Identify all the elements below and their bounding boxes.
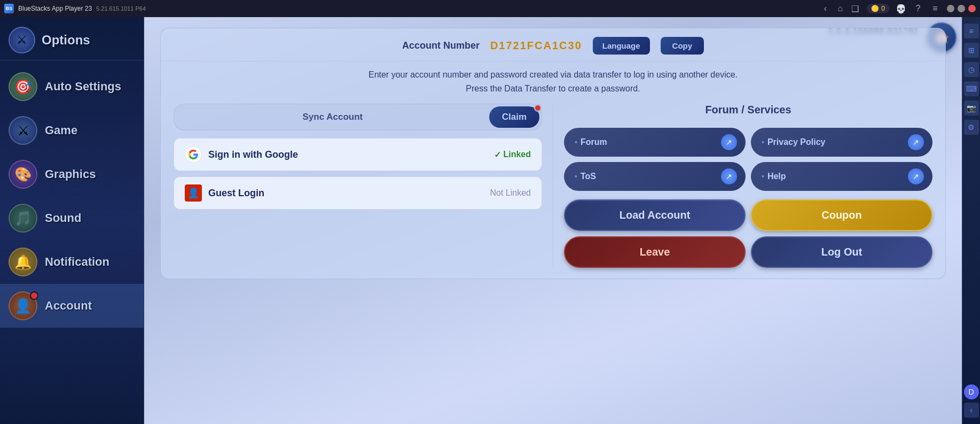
main-container: ⚔ Options 🎯 Auto Settings ⚔ Game 🎨 Graph… [0,17,980,424]
language-button[interactable]: Language [593,37,650,55]
edge-btn-4[interactable]: ⌨ [964,81,979,96]
tos-dot: • [575,172,577,181]
sidebar-item-label: Graphics [45,167,96,181]
guest-login-option[interactable]: 👤 Guest Login Not Linked [174,176,542,210]
sidebar-item-label: Auto Settings [45,80,121,94]
forum-grid: • Forum ↗ • Privacy Policy ↗ [564,128,932,191]
account-number-row: Account Number D1721FCA1C30 Language Cop… [161,28,945,61]
sidebar-items: 🎯 Auto Settings ⚔ Game 🎨 Graphics 🎵 Soun… [0,60,144,424]
leave-button[interactable]: Leave [564,236,746,268]
edge-btn-1[interactable]: ≡ [964,24,979,38]
layers-button[interactable]: ❑ [850,3,860,14]
logout-button[interactable]: Log Out [751,236,932,268]
account-badge [30,291,38,300]
account-number-label: Account Number [402,40,480,51]
skull-icon[interactable]: 💀 [896,3,906,14]
google-icon [185,146,202,163]
sidebar-item-label: Sound [45,211,81,225]
edge-btn-3[interactable]: ◷ [964,62,979,77]
coin-icon: 🟡 [871,5,879,12]
guest-icon: 👤 [185,184,202,202]
help-icon[interactable]: ? [913,3,923,14]
google-login-left: Sign in with Google [185,146,298,163]
sidebar-item-auto-settings[interactable]: 🎯 Auto Settings [0,65,144,109]
minimize-button[interactable] [947,5,954,12]
load-account-button[interactable]: Load Account [564,199,746,231]
window-controls: ✕ [947,5,976,12]
sidebar-item-account[interactable]: 👤 Account [0,284,144,328]
forum-dot: • [575,138,577,147]
checkmark-icon: ✓ [494,150,501,160]
tos-arrow-icon: ↗ [721,168,737,184]
coin-display: 🟡 0 [867,4,889,13]
help-dot: • [762,172,764,181]
help-btn[interactable]: • Help ↗ [751,162,932,191]
notification-icon: 🔔 [9,248,37,276]
privacy-policy-button[interactable]: • Privacy Policy ↗ [751,128,932,157]
sync-account-tab[interactable]: Sync Account [176,106,489,128]
privacy-policy-label: • Privacy Policy [762,137,825,147]
edge-btn-2[interactable]: ⊞ [964,43,979,58]
edge-top-group: ≡ ⊞ ◷ ⌨ 📷 ⚙ [964,22,979,136]
forum-section-title: Forum / Services [564,104,932,120]
copy-button[interactable]: Copy [661,37,704,55]
back-button[interactable]: ‹ [820,3,830,14]
edge-btn-5[interactable]: 📷 [964,101,979,115]
sidebar-item-label: Notification [45,255,109,269]
forum-button[interactable]: • Forum ↗ [564,128,746,157]
sidebar-item-label: Account [45,299,92,313]
forum-button-label: • Forum [575,137,607,147]
description-line2: Press the Data Transfer to create a pass… [182,82,924,96]
guest-login-left: 👤 Guest Login [185,184,264,202]
titlebar: BS BlueStacks App Player 23 5.21.615.101… [0,0,980,17]
guest-not-linked-status: Not Linked [490,188,531,198]
auto-settings-icon: 🎯 [9,72,37,101]
claim-tab-button[interactable]: Claim [489,106,539,128]
discord-button[interactable]: D [964,384,979,399]
edge-btn-6[interactable]: ⚙ [964,120,979,135]
two-col-layout: Sync Account Claim [161,104,945,279]
section-tabs: Sync Account Claim [174,104,542,130]
app-icon: BS [4,4,14,13]
menu-icon[interactable]: ≡ [930,3,940,14]
sidebar-item-sound[interactable]: 🎵 Sound [0,196,144,240]
sound-icon: 🎵 [9,204,37,233]
tos-label: • ToS [575,172,596,181]
privacy-dot: • [762,138,764,147]
coupon-button[interactable]: Coupon [751,199,932,231]
sync-account-section: Sync Account Claim [161,104,553,268]
right-edge-panel: ≡ ⊞ ◷ ⌨ 📷 ⚙ D ‹ [962,17,980,424]
forum-arrow-icon: ↗ [721,134,737,150]
privacy-arrow-icon: ↗ [908,134,924,150]
google-login-name: Sign in with Google [208,149,298,160]
sidebar-title: Options [42,33,90,48]
coin-count: 0 [881,5,885,12]
guest-login-name: Guest Login [208,188,264,199]
action-buttons: Load Account Coupon Leave Log Out [564,199,932,268]
sidebar-logo: ⚔ [9,27,35,53]
game-icon: ⚔ [9,116,37,145]
google-login-option[interactable]: Sign in with Google ✓ Linked [174,138,542,171]
content-area: 1.0.4.155698.831791 🏠 Account Number D17… [144,17,962,424]
titlebar-controls: ‹ ⌂ ❑ 🟡 0 💀 ? ≡ ✕ [820,3,976,14]
maximize-button[interactable] [958,5,965,12]
sidebar-header: ⚔ Options [0,17,144,60]
sidebar-item-game[interactable]: ⚔ Game [0,109,144,152]
sidebar-item-notification[interactable]: 🔔 Notification [0,240,144,284]
nav-home-button[interactable]: ⌂ [835,3,845,14]
account-icon: 👤 [9,291,37,320]
titlebar-left: BS BlueStacks App Player 23 5.21.615.101… [4,4,146,13]
edge-btn-collapse[interactable]: ‹ [964,403,979,418]
sidebar-item-graphics[interactable]: 🎨 Graphics [0,152,144,196]
account-panel: Account Number D1721FCA1C30 Language Cop… [160,28,946,279]
google-linked-status: ✓ Linked [494,150,531,160]
tos-button[interactable]: • ToS ↗ [564,162,746,191]
help-arrow-icon: ↗ [908,168,924,184]
sidebar-item-label: Game [45,124,77,137]
close-button[interactable]: ✕ [968,5,976,12]
description-text: Enter your account number and password c… [161,61,945,104]
titlebar-nav: ‹ ⌂ ❑ [820,3,860,14]
app-title: BlueStacks App Player 23 [18,5,92,12]
forum-services-section: Forum / Services • Forum ↗ • [553,104,945,268]
sidebar: ⚔ Options 🎯 Auto Settings ⚔ Game 🎨 Graph… [0,17,144,424]
